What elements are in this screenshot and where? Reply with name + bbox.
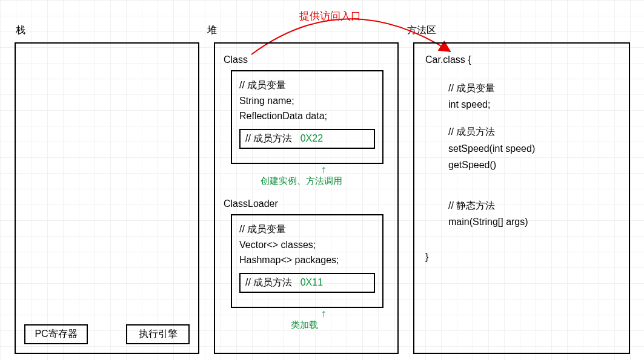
classloader-member-var-1: Vector<> classes; [239,237,375,253]
class-annotation: 创建实例、方法调用 [261,175,342,187]
class-method-comment: // 成员方法 [245,133,292,143]
classloader-annotation: 类加载 [291,319,318,331]
car-class-name: Car.class { [425,54,471,65]
classloader-member-var-2: Hashmap<> packages; [239,252,375,268]
method-area-panel: Car.class { // 成员变量 int speed; // 成员方法 s… [413,42,630,354]
heap-title: 堆 [207,24,217,37]
access-entry-annotation: 提供访问入口 [299,9,361,23]
class-method-box: // 成员方法 0X22 [239,129,375,149]
class-member-var-comment: // 成员变量 [239,77,375,93]
stack-panel: PC寄存器 执行引擎 [15,42,199,354]
heap-panel: Class // 成员变量 String name; ReflectionDat… [214,42,399,354]
classloader-arrow-up-icon: ↑ [321,307,327,320]
stack-title: 栈 [16,24,25,37]
class-member-var-1: String name; [239,93,375,109]
class-member-var-2: ReflectionData data; [239,108,375,124]
classloader-method-box: // 成员方法 0X11 [239,273,375,293]
classloader-method-comment: // 成员方法 [245,277,292,287]
classloader-box: // 成员变量 Vector<> classes; Hashmap<> pack… [231,214,383,308]
car-member-var-1: int speed; [448,96,535,113]
pc-register-box: PC寄存器 [24,324,88,344]
classloader-member-var-comment: // 成员变量 [239,221,375,237]
class-method-addr: 0X22 [300,133,323,143]
car-close-brace: } [425,252,428,263]
pc-register-label: PC寄存器 [35,329,77,339]
car-static-method: main(String[] args) [448,214,535,230]
classloader-method-addr: 0X11 [300,277,323,287]
car-method-2: getSpeed() [448,157,535,173]
classloader-title: ClassLoader [224,198,278,209]
car-static-comment: // 静态方法 [448,197,535,214]
exec-engine-label: 执行引擎 [139,329,178,339]
class-title: Class [224,54,248,65]
car-method-comment: // 成员方法 [448,123,535,140]
method-area-title: 方法区 [407,24,436,37]
car-member-var-comment: // 成员变量 [448,80,535,96]
class-box: // 成员变量 String name; ReflectionData data… [231,70,383,164]
exec-engine-box: 执行引擎 [126,324,190,344]
class-arrow-up-icon: ↑ [321,163,327,176]
car-method-1: setSpeed(int speed) [448,140,535,157]
